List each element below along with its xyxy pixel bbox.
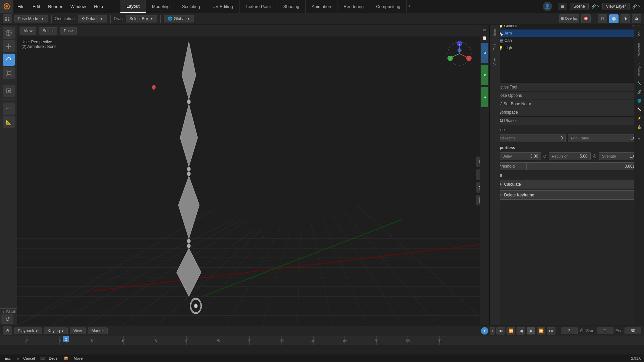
props-icon-3[interactable]: 🌐	[636, 97, 643, 105]
props-icon-2[interactable]: 🔗	[636, 88, 643, 96]
transform-tool[interactable]	[3, 85, 15, 97]
cursor-tool[interactable]	[3, 27, 15, 39]
right-panel-toggle[interactable]: ≫	[481, 26, 488, 34]
end-frame-indicator[interactable]: 60	[625, 327, 641, 334]
tab-texture-paint[interactable]: Texture Paint	[239, 0, 277, 13]
material-btn[interactable]: ◑	[621, 14, 630, 23]
layout-switcher[interactable]: ⊞	[558, 3, 567, 10]
view-menu-btn[interactable]: View	[20, 27, 36, 35]
outliner-item-arm[interactable]: 🦴 Arm 👁	[490, 29, 644, 37]
item-tab-label[interactable]: Item	[492, 25, 498, 40]
view-btn[interactable]: View	[70, 327, 86, 334]
tab-animation[interactable]: Animation	[306, 0, 337, 13]
outliner-item-can[interactable]: 📷 Can 👁	[490, 37, 644, 44]
props-icon-4[interactable]: 🦴	[636, 106, 643, 113]
start-frame-input[interactable]: Start Frame 0	[493, 134, 566, 142]
pose-options-header[interactable]: ▶ Pose Options	[490, 92, 644, 100]
solid-btn[interactable]: ⬤	[609, 14, 619, 23]
tab-shading[interactable]: Shading	[277, 0, 306, 13]
threshold-value[interactable]: 0.0010	[527, 162, 641, 170]
scene-link[interactable]: 🔗 ✕	[591, 4, 600, 9]
app-logo[interactable]	[0, 0, 13, 13]
wireframe-btn[interactable]: ◻	[598, 14, 607, 23]
props-icon-1[interactable]: 🔧	[636, 80, 643, 87]
begin-btn[interactable]: Begin	[47, 356, 60, 361]
menu-render[interactable]: Render	[44, 0, 66, 13]
scale-tool[interactable]	[3, 67, 15, 79]
overlay-icon-btn[interactable]: ⊞ Overlay	[559, 14, 579, 23]
pose-mode-btn[interactable]: Pose Mode ▼	[14, 15, 48, 22]
tab-modeling[interactable]: Modeling	[146, 0, 176, 13]
transform-tab[interactable]: Transform	[637, 41, 642, 60]
recursion-input[interactable]: Recursion 5.00	[549, 152, 590, 160]
active-tool-header[interactable]: ▶ Active Tool	[490, 83, 644, 91]
delay-input[interactable]: Delay 3.00	[499, 152, 541, 160]
chevron-down-icon[interactable]: ▼	[636, 135, 643, 143]
esc-btn[interactable]: Esc	[3, 356, 13, 361]
cancel-btn[interactable]: Cancel	[21, 356, 37, 361]
active-tool-section: ▶ Active Tool	[490, 83, 644, 92]
mode-icon[interactable]	[3, 14, 12, 23]
annotate-tool[interactable]: ✏	[3, 103, 15, 115]
tab-sculpting[interactable]: Sculpting	[176, 0, 206, 13]
tab-layout[interactable]: Layout	[120, 0, 146, 13]
props-icon-6[interactable]: 🔒	[636, 123, 643, 131]
tool-tab-label[interactable]: Tool	[492, 40, 498, 54]
menu-help[interactable]: Help	[90, 0, 107, 13]
sj-util-refresh-btn[interactable]: ↺	[1, 314, 13, 324]
transform-btn[interactable]: 🌐 Global ▼	[164, 15, 194, 22]
item-prop-icon[interactable]: 📋	[481, 34, 488, 42]
sj-phaser-header[interactable]: ▼ SJ Phaser	[490, 117, 644, 125]
view-layer-selector[interactable]: View Layer	[602, 3, 630, 10]
workspace-header[interactable]: ▶ Workspace	[490, 108, 644, 116]
frame-dropdown[interactable]: ▼	[490, 327, 495, 335]
tab-uv-editing[interactable]: UV Editing	[206, 0, 239, 13]
timeline-mode-icon[interactable]: ⏱	[3, 326, 12, 335]
calculate-btn[interactable]: Calculate	[493, 180, 641, 189]
rotate-tool[interactable]	[3, 54, 15, 66]
step-forward-btn[interactable]: ⏩	[537, 327, 545, 335]
pose-menu-btn[interactable]: Pose	[60, 27, 76, 35]
time-display-icon[interactable]: ⏱	[580, 328, 584, 333]
tab-compositing[interactable]: Compositing	[370, 0, 407, 13]
rendered-btn[interactable]: ◕	[632, 14, 641, 23]
bon-label[interactable]: Bon	[637, 29, 642, 40]
skip-start-btn[interactable]: ⏮	[496, 327, 505, 335]
3d-viewport[interactable]: User Perspective (2) Armature : Bone Z X…	[17, 37, 490, 325]
step-single-back-btn[interactable]: ◀	[517, 327, 525, 335]
tab-rendering[interactable]: Rendering	[337, 0, 370, 13]
step-back-btn[interactable]: ⏪	[506, 327, 515, 335]
drag-selector[interactable]: Select Box ▼	[126, 15, 157, 22]
svg-rect-3	[8, 17, 9, 18]
play-pause-btn[interactable]: ▶	[527, 327, 535, 335]
keying-btn[interactable]: Keying ▼	[44, 327, 68, 334]
menu-edit[interactable]: Edit	[29, 0, 44, 13]
sj-set-bone-nator-header[interactable]: ▶ SJ Set Bone Nator	[490, 100, 644, 108]
frame-type-selector[interactable]: ●	[481, 327, 488, 335]
skip-end-btn[interactable]: ⏭	[547, 327, 555, 335]
gizmo-icon-btn[interactable]: 🎯	[581, 14, 591, 23]
end-frame-input[interactable]: End Frame 100	[568, 134, 641, 142]
start-frame-indicator[interactable]: 1	[597, 327, 613, 334]
playback-btn[interactable]: Playback ▼	[14, 327, 42, 334]
outliner-item-light[interactable]: 💡 Ligh 👁	[490, 44, 644, 52]
orientation-selector[interactable]: ⟲ Default ▼	[78, 15, 107, 22]
view-layer-icons[interactable]: 🔗 ✕	[632, 4, 641, 9]
menu-window[interactable]: Window	[66, 0, 90, 13]
current-frame-indicator[interactable]: 2	[561, 327, 578, 334]
view-tab-label[interactable]: View	[492, 54, 498, 70]
bendy-b-label[interactable]: Bendy-B	[637, 61, 642, 78]
move-tool[interactable]	[3, 40, 15, 52]
menu-file[interactable]: File	[13, 0, 29, 13]
move-btn[interactable]: Move	[72, 356, 85, 361]
user-icon[interactable]: 👤	[543, 2, 552, 11]
marker-btn[interactable]: Marker	[88, 327, 108, 334]
props-icon-5[interactable]: ⚡	[636, 115, 643, 122]
viewport-gizmo[interactable]: Z X Y	[446, 40, 473, 67]
measure-tool[interactable]: 📐	[3, 116, 15, 128]
scene-selector[interactable]: Scene	[570, 3, 589, 10]
select-menu-btn[interactable]: Select	[39, 27, 57, 35]
svg-rect-116	[0, 345, 644, 354]
delete-keyframe-btn[interactable]: Delete Keyframe	[493, 190, 641, 200]
outliner-content[interactable]: ▼ 📁 Collecti 👁 📷 🦴 Arm 👁 📷 Can	[490, 22, 644, 82]
